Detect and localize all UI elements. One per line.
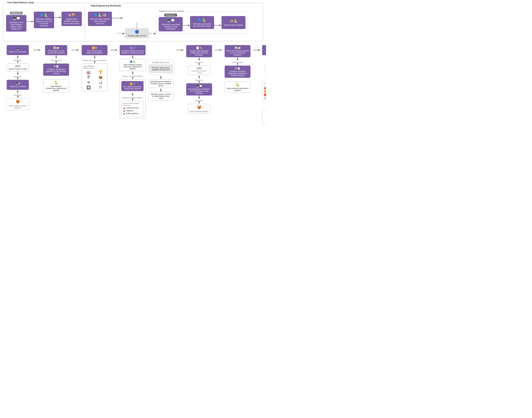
horiz-arrow-6-7: [253, 50, 260, 50]
down-arrow-c6-1: [237, 57, 238, 61]
datasource-connector: 🔵 Setup a data source: [117, 23, 156, 38]
deploy-workload-text: Deploy data workload: [224, 24, 243, 26]
add-deploy-shared-box: 🔷🐍🏭 Add and deploy shared data workload …: [88, 12, 112, 26]
deploys-platform-label-1: deploys into Data Platform: [122, 75, 143, 77]
infra-icon-5: ⚙: [83, 80, 94, 84]
stacks-project-config-text: Stacks Project Config: [9, 68, 27, 70]
down-arrow-c3-2: [94, 62, 95, 64]
run-workload-pipeline-text: Run data workload deployment pipeline: [264, 50, 266, 54]
infra-icon-6: 📊: [95, 80, 106, 84]
example-datasource-box: Example data source Provision data sourc…: [147, 60, 175, 74]
down-arrow-c5-2: [199, 64, 199, 66]
example-datasource-label: Example data source: [149, 61, 173, 64]
arrow-col2-col3: [72, 50, 79, 50]
generate-platform-purple[interactable]: 🖥️💬 Generate a new Data Platform project…: [6, 15, 26, 32]
shared-resources-title: Data workload shared resources: [123, 103, 142, 106]
deploy-platform-box: ⚙🏆 Deploy Data Platform into your Azure …: [61, 12, 82, 26]
add-datasource-secrets-box: Add data source secrets to Data Platform…: [149, 92, 173, 101]
stacks-cli-scaffold[interactable]: 🖥️⚙ Stacks CLI scaffold: [7, 80, 29, 90]
configure-workload-pipeline-text: Configure workload deployment pipeline i…: [226, 70, 249, 76]
configure-deploy-pipeline-text: Configure deployment pipeline in your De…: [45, 68, 68, 74]
add-platform-box: 🔷🐍 Add Data Platform project to your Git…: [34, 12, 54, 28]
datasets-item: 🏭 Datasets: [123, 110, 142, 112]
arrow-col6-col7: [253, 50, 260, 50]
configure-deploy-pipeline-box[interactable]: ⚙📋 Configure deployment pipeline in your…: [43, 64, 69, 76]
down-arrow-c4-3: [132, 78, 133, 80]
workload-pipeline-icon: 🐍: [235, 83, 240, 87]
down-arrow-c5-4: [199, 81, 199, 83]
col-1: 🖥️ Stacks CLI interactive generates YAML…: [3, 45, 33, 110]
run-shared-icon: ▶️🔗: [130, 82, 135, 85]
col-4: ⚙🔗 Configure shared resources pipeline i…: [118, 45, 175, 119]
configure-workload-pipeline-box[interactable]: ⚙📋 Configure workload deployment pipelin…: [225, 66, 251, 78]
deploy-workload-purple[interactable]: ✨🐍 Deploy data workload: [221, 16, 245, 29]
utility-pipelines-text: Utility pipelines: [126, 113, 139, 115]
col1-connector1: generates: [14, 55, 22, 63]
down-arrow-run-shared-2: [132, 99, 133, 101]
generates-label-2: generates: [14, 94, 22, 96]
top-sections-wrapper: Core Data Platform setup Stacks CLI 🖥️💬 …: [3, 3, 263, 41]
generate-workload-box: Datastacks 🖥️💬 Generate a new data workl…: [159, 14, 183, 31]
configure-shared-pipeline-text: Configure shared resources pipeline in D…: [121, 50, 144, 54]
infra-deploy-pipeline-text: Data Platform infrastructure deployment …: [45, 85, 68, 92]
inputs-into-label-1: inputs into: [14, 76, 22, 78]
deploys-platform-label-3: deploys into Data Platform: [266, 77, 266, 79]
infra-icon-3: 🗄: [83, 75, 94, 79]
add-platform-purple[interactable]: 🔷🐍 Add Data Platform project to your Git…: [34, 12, 54, 28]
add-platform-text: Add Data Platform project to your Git & …: [36, 18, 52, 27]
col1-connector3: generates: [14, 90, 22, 98]
workload-resources-box: Data workload resources 🏭 Data Factory r…: [262, 81, 266, 102]
example-connector2: [161, 88, 161, 92]
deploys-platform-label-2: deploys into Data Platform: [122, 97, 143, 99]
platform-artifacts-label: Data Platform project artifacts: [8, 105, 27, 109]
stacks-cli-interactive[interactable]: 🖥️ Stacks CLI interactive: [7, 45, 29, 55]
datastacks-config-text: Datastacks workload config: [190, 70, 208, 74]
add-workload-purple[interactable]: 🔷🐍 Add data workload to your DevOps proj…: [190, 16, 214, 29]
arrow-wl-2-3: [214, 25, 221, 25]
data-source-text: Setup a data source: [128, 35, 146, 37]
run-workload-pipeline-box[interactable]: ▶️⚙ Run data workload deployment pipelin…: [262, 45, 266, 55]
horiz-arrow-4-5: [176, 50, 184, 50]
down-arrow-c5-3: [199, 75, 199, 79]
provision-datasource-text: Provision data source, populate sample d…: [150, 67, 171, 71]
run-infra-pipeline-box[interactable]: ▶️⚙ Run infrastructure deployment pipeli…: [82, 45, 107, 55]
datasource-down: 🔵 Setup a data source: [117, 23, 156, 38]
col-2: ⬆️📁 Push project to your remote Git repo…: [41, 45, 71, 93]
stacks-cli-scaffold-text: Stacks CLI scaffold: [10, 85, 25, 88]
generates-label-1: generates: [14, 59, 22, 61]
use-datastacks-cli-box[interactable]: 🖥️💬 Use Datastacks interactive CLI to ge…: [186, 83, 212, 95]
arrow-1-2: [26, 21, 34, 22]
horiz-arrow-1-2: [33, 50, 41, 50]
push-workload-box[interactable]: ⬆️📁 Push new workload commit to your rem…: [225, 45, 251, 57]
down-arrow-ex-2: [161, 88, 161, 92]
col-5: 📄✏️ Prepare data workload configuration …: [184, 45, 214, 114]
run-shared-pipeline-box[interactable]: ▶️🔗 Run shared resources deployment pipe…: [121, 81, 144, 91]
col5-connector3: generates: [195, 95, 203, 104]
json-badge: JSON: [264, 97, 266, 100]
great-expectations-icon: 🔴: [264, 93, 266, 96]
shared-resources-items: Data workload shared resources 🏭 Linked …: [121, 101, 144, 117]
push-project-box[interactable]: ⬆️📁 Push project to your remote Git repo…: [45, 45, 67, 55]
col5-connector1: inputs into: [195, 57, 203, 66]
data-source-box[interactable]: 🔵 Setup a data source: [125, 28, 149, 38]
add-workload-text: Add data workload to your DevOps project: [192, 23, 212, 27]
core-platform-label: Core Data Platform setup: [6, 1, 35, 4]
deploy-platform-purple[interactable]: ⚙🏆 Deploy Data Platform into your Azure …: [61, 12, 82, 26]
use-datastacks-cli-text: Use Datastacks interactive CLI to genera…: [188, 88, 211, 94]
add-deploy-shared-purple[interactable]: 🔷🐍🏭 Add and deploy shared data workload …: [88, 12, 112, 26]
workload-deploy-pipeline-text: Data workload deployment pipeline: [226, 87, 249, 92]
prepare-config-box[interactable]: 📄✏️ Prepare data workload configuration …: [186, 45, 212, 57]
add-deploy-shared-text: Add and deploy shared data workload reso…: [90, 18, 110, 24]
e2e-tests-box: 🐍 End-to-end tests behave: [262, 110, 266, 125]
down-arrow-c5-5: [199, 95, 199, 99]
generate-workload-purple[interactable]: 🖥️💬 Generate a new data workload using D…: [159, 17, 183, 31]
inputs-into-label-c5: inputs into: [195, 61, 203, 63]
down-arrow-run-shared: [132, 93, 133, 96]
generate-workload-text: Generate a new data workload using Datas…: [161, 23, 181, 30]
datasets-text: Datasets: [126, 110, 133, 112]
col-7: ▶️⚙ Run data workload deployment pipelin…: [261, 45, 266, 125]
configure-shared-pipeline-box[interactable]: ⚙🔗 Configure shared resources pipeline i…: [120, 45, 146, 55]
pyspark-badge: PySpark: [264, 90, 266, 93]
dashed-right-2: [149, 33, 156, 34]
push-project-text: Push project to your remote Git reposito…: [46, 50, 66, 54]
